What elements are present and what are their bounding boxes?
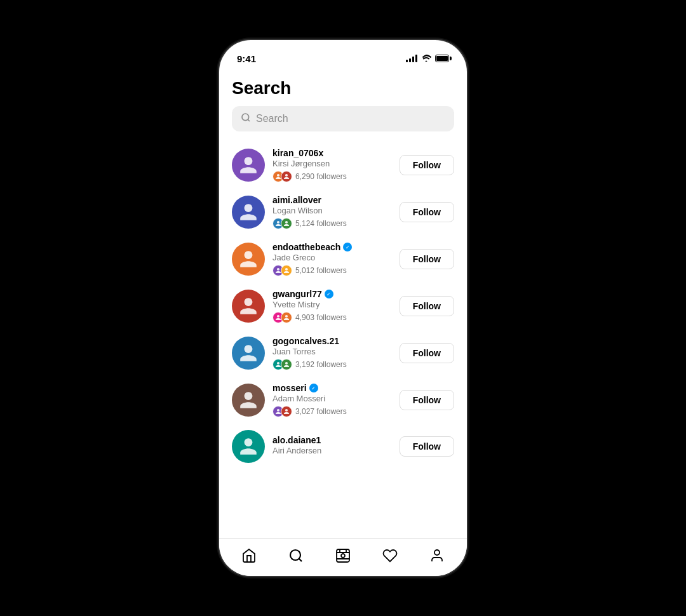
svg-line-1 <box>248 119 250 121</box>
user-list: kiran_0706xKirsi Jørgensen 6,290 followe… <box>232 142 454 469</box>
status-bar: 9:41 <box>219 40 467 68</box>
follow-button[interactable]: Follow <box>400 390 454 410</box>
follow-button[interactable]: Follow <box>400 249 454 269</box>
username-row: gogoncalves.21 <box>272 336 392 346</box>
follower-row: 6,290 followers <box>272 171 392 182</box>
svg-rect-4 <box>337 549 349 562</box>
username-row: aimi.allover <box>272 195 392 205</box>
follower-row: 3,027 followers <box>272 406 392 417</box>
username[interactable]: endoatthebeach <box>272 242 340 252</box>
svg-point-0 <box>242 114 249 121</box>
follower-count: 3,192 followers <box>295 360 347 369</box>
username[interactable]: gogoncalves.21 <box>272 336 339 346</box>
battery-icon <box>435 55 449 62</box>
follower-count: 6,290 followers <box>295 172 347 181</box>
follower-count: 4,903 followers <box>295 313 347 322</box>
user-item: kiran_0706xKirsi Jørgensen 6,290 followe… <box>232 142 454 189</box>
follower-avatars <box>272 406 292 417</box>
phone-frame: 9:41 Search <box>219 40 467 576</box>
search-nav-icon[interactable] <box>283 543 309 572</box>
real-name: Jade Greco <box>272 253 392 262</box>
real-name: Airi Andersen <box>272 446 392 455</box>
follower-mini-avatar <box>281 265 292 276</box>
follower-count: 5,012 followers <box>295 266 347 275</box>
status-time: 9:41 <box>237 53 256 64</box>
user-info: aimi.alloverLogan Wilson 5,124 followers <box>272 195 392 229</box>
real-name: Logan Wilson <box>272 206 392 215</box>
signal-bars-icon <box>406 55 417 62</box>
user-item: gogoncalves.21Juan Torres 3,192 follower… <box>232 330 454 377</box>
avatar[interactable] <box>232 337 265 370</box>
user-item: gwangurl77✓Yvette Mistry 4,903 followers… <box>232 283 454 330</box>
username-row: gwangurl77✓ <box>272 289 392 299</box>
username[interactable]: mosseri <box>272 383 307 393</box>
user-info: alo.daiane1Airi Andersen <box>272 435 392 458</box>
follower-mini-avatar <box>281 359 292 370</box>
follower-avatars <box>272 171 292 182</box>
username-row: mosseri✓ <box>272 383 392 393</box>
avatar[interactable] <box>232 243 265 276</box>
svg-point-5 <box>341 554 345 558</box>
follower-row: 5,012 followers <box>272 265 392 276</box>
avatar[interactable] <box>232 196 265 229</box>
user-item: alo.daiane1Airi AndersenFollow <box>232 424 454 469</box>
search-bar[interactable]: Search <box>232 106 454 131</box>
username-row: endoatthebeach✓ <box>272 242 392 252</box>
user-info: gwangurl77✓Yvette Mistry 4,903 followers <box>272 289 392 323</box>
svg-point-2 <box>290 550 300 560</box>
real-name: Adam Mosseri <box>272 394 392 403</box>
follower-avatars <box>272 359 292 370</box>
username[interactable]: aimi.allover <box>272 195 321 205</box>
svg-line-3 <box>299 558 302 561</box>
user-item: mosseri✓Adam Mosseri 3,027 followersFoll… <box>232 377 454 424</box>
user-item: aimi.alloverLogan Wilson 5,124 followers… <box>232 189 454 236</box>
search-placeholder: Search <box>256 113 288 124</box>
real-name: Yvette Mistry <box>272 300 392 309</box>
username[interactable]: gwangurl77 <box>272 289 322 299</box>
main-content: Search Search kiran_0706xKirsi Jørgensen… <box>219 68 467 538</box>
follower-row: 4,903 followers <box>272 312 392 323</box>
search-bar-icon <box>241 112 251 125</box>
bottom-nav <box>219 538 467 576</box>
user-info: gogoncalves.21Juan Torres 3,192 follower… <box>272 336 392 370</box>
follower-mini-avatar <box>281 312 292 323</box>
follow-button[interactable]: Follow <box>400 202 454 222</box>
username[interactable]: kiran_0706x <box>272 148 323 158</box>
page-title: Search <box>232 73 454 98</box>
user-item: endoatthebeach✓Jade Greco 5,012 follower… <box>232 236 454 283</box>
real-name: Juan Torres <box>272 347 392 356</box>
avatar[interactable] <box>232 384 265 417</box>
follower-count: 3,027 followers <box>295 407 347 416</box>
follower-row: 5,124 followers <box>272 218 392 229</box>
profile-nav-icon[interactable] <box>424 543 450 572</box>
follower-avatars <box>272 218 292 229</box>
follower-count: 5,124 followers <box>295 219 347 228</box>
status-icons <box>406 54 449 64</box>
follower-mini-avatar <box>281 171 292 182</box>
user-info: endoatthebeach✓Jade Greco 5,012 follower… <box>272 242 392 276</box>
real-name: Kirsi Jørgensen <box>272 159 392 168</box>
avatar[interactable] <box>232 430 265 463</box>
username[interactable]: alo.daiane1 <box>272 435 321 445</box>
follower-avatars <box>272 265 292 276</box>
user-info: kiran_0706xKirsi Jørgensen 6,290 followe… <box>272 148 392 182</box>
reels-nav-icon[interactable] <box>330 543 356 572</box>
follow-button[interactable]: Follow <box>400 436 454 457</box>
follow-button[interactable]: Follow <box>400 343 454 363</box>
follower-row: 3,192 followers <box>272 359 392 370</box>
avatar[interactable] <box>232 149 265 182</box>
wifi-icon <box>421 54 431 64</box>
heart-nav-icon[interactable] <box>377 543 403 572</box>
verified-badge: ✓ <box>309 384 318 392</box>
verified-badge: ✓ <box>343 243 352 251</box>
username-row: alo.daiane1 <box>272 435 392 445</box>
follow-button[interactable]: Follow <box>400 296 454 316</box>
home-nav-icon[interactable] <box>236 543 262 572</box>
username-row: kiran_0706x <box>272 148 392 158</box>
follower-avatars <box>272 312 292 323</box>
follow-button[interactable]: Follow <box>400 155 454 175</box>
verified-badge: ✓ <box>325 290 333 298</box>
follower-mini-avatar <box>281 406 292 417</box>
svg-point-10 <box>434 550 440 555</box>
avatar[interactable] <box>232 290 265 323</box>
